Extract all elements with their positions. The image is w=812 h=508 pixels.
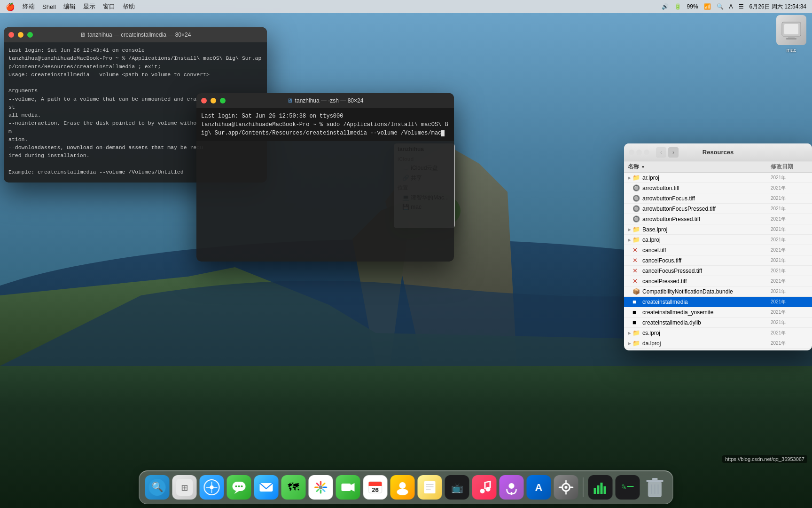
folder-icon-cs-lproj: 📁 xyxy=(632,329,640,337)
finder-maximize-button[interactable] xyxy=(644,150,649,155)
finder-row-dylib[interactable]: ▶ ■ createinstallmedia.dylib 2021年 xyxy=(624,318,812,328)
dock-item-contacts[interactable] xyxy=(390,475,415,500)
finder-row-cancelpressed[interactable]: ▶ ✕ cancelPressed.tiff 2021年 xyxy=(624,276,812,286)
row-date-ca-lproj: 2021年 xyxy=(771,237,808,243)
svg-rect-71 xyxy=(652,478,658,480)
dock-item-notes[interactable] xyxy=(418,475,442,500)
file-icon-arrowbuttonfocus: 🔘 xyxy=(632,195,640,202)
finder-col-name[interactable]: 名称 ▾ xyxy=(628,163,771,171)
row-date-createinstallmedia: 2021年 xyxy=(771,299,808,305)
dock-item-ctdmgr[interactable] xyxy=(588,475,613,500)
finder-titlebar: ‹ › Resources xyxy=(624,143,812,161)
finder-body[interactable]: ▶ 📁 ar.lproj 2021年 ▶ 🔘 arrowbutton.tiff … xyxy=(624,173,812,350)
notification-icon[interactable]: ☰ xyxy=(739,3,744,10)
dock-item-music[interactable] xyxy=(472,475,497,500)
finder-row-de-lproj[interactable]: ▶ 📁 de.lproj 2021年 xyxy=(624,349,812,350)
finder-row-arrowbuttonfocuspressed[interactable]: ▶ 🔘 arrowbuttonFocusPressed.tiff 2021年 xyxy=(624,204,812,214)
row-date-base-lproj: 2021年 xyxy=(771,226,808,233)
row-name-ar-lproj: ar.lproj xyxy=(642,175,771,181)
dock-item-maps[interactable]: 🗺 xyxy=(281,475,306,500)
finder-row-ca-lproj[interactable]: ▶ 📁 ca.lproj 2021年 xyxy=(624,235,812,245)
search-icon[interactable]: 🔍 xyxy=(717,3,724,10)
menu-view[interactable]: 显示 xyxy=(83,2,95,11)
dock-item-finder[interactable]: 🔍 xyxy=(145,475,170,500)
row-date-ar-lproj: 2021年 xyxy=(771,175,808,181)
file-icon-cancelpressed: ✕ xyxy=(632,278,640,285)
row-name-yosemite: createinstallmedia_yosemite xyxy=(642,309,771,316)
dock-item-prefs[interactable] xyxy=(554,475,578,500)
expand-ar-lproj[interactable]: ▶ xyxy=(628,175,631,180)
finder-minimize-button[interactable] xyxy=(636,150,642,155)
row-name-createinstallmedia: createinstallmedia xyxy=(642,299,771,305)
minimize-button-1[interactable] xyxy=(18,32,23,38)
svg-rect-10 xyxy=(786,38,796,40)
expand-cs-lproj[interactable]: ▶ xyxy=(628,331,631,335)
wifi-icon[interactable]: 📶 xyxy=(704,3,711,10)
menu-help[interactable]: 帮助 xyxy=(123,2,135,11)
finder-row-arrowbutton[interactable]: ▶ 🔘 arrowbutton.tiff 2021年 xyxy=(624,183,812,193)
dock-item-trash[interactable] xyxy=(643,475,667,500)
dock-item-podcasts[interactable] xyxy=(500,475,524,500)
finder-row-cs-lproj[interactable]: ▶ 📁 cs.lproj 2021年 xyxy=(624,328,812,338)
dock-item-mail[interactable] xyxy=(254,475,279,500)
finder-row-ar-lproj[interactable]: ▶ 📁 ar.lproj 2021年 xyxy=(624,173,812,183)
file-icon-cancelfocus: ✕ xyxy=(632,257,640,264)
finder-col-date[interactable]: 修改日期 xyxy=(771,163,808,171)
dock-item-photos[interactable] xyxy=(309,475,333,500)
menu-shell[interactable]: Shell xyxy=(42,3,56,10)
svg-rect-9 xyxy=(788,36,795,38)
menu-edit[interactable]: 编辑 xyxy=(63,2,76,11)
maximize-button-1[interactable] xyxy=(27,32,33,38)
expand-da-lproj[interactable]: ▶ xyxy=(628,341,631,346)
finder-row-createinstallmedia-yosemite[interactable]: ▶ ■ createinstallmedia_yosemite 2021年 xyxy=(624,307,812,318)
dock-item-launchpad[interactable]: ⊞ xyxy=(172,475,197,500)
finder-row-cancelfocus[interactable]: ▶ ✕ cancelFocus.tiff 2021年 xyxy=(624,255,812,266)
dock-item-appstore[interactable]: A xyxy=(527,475,551,500)
dock-item-safari[interactable] xyxy=(200,475,224,500)
finder-forward-button[interactable]: › xyxy=(668,147,679,158)
finder-row-base-lproj[interactable]: ▶ 📁 Base.lproj 2021年 xyxy=(624,224,812,235)
dock-item-messages[interactable] xyxy=(227,475,251,500)
menu-terminal[interactable]: 终端 xyxy=(23,2,35,11)
terminal-2-body[interactable]: Last login: Sat Jun 26 12:50:38 on ttys0… xyxy=(196,108,454,141)
expand-ca-lproj[interactable]: ▶ xyxy=(628,238,631,242)
svg-point-48 xyxy=(480,489,485,493)
finder-row-createinstallmedia[interactable]: ▶ ■ createinstallmedia 2021年 xyxy=(624,297,812,307)
volume-icon[interactable]: 🔊 xyxy=(662,3,669,10)
finder-row-compatnotif[interactable]: ▶ 📦 CompatibilityNotificationData.bundle… xyxy=(624,286,812,297)
finder-row-cancel[interactable]: ▶ ✕ cancel.tiff 2021年 xyxy=(624,245,812,255)
row-date-arrowbuttonfocus: 2021年 xyxy=(771,195,808,202)
close-button-1[interactable] xyxy=(8,32,14,38)
siri-icon[interactable]: A xyxy=(729,3,733,10)
dock-item-calendar[interactable]: 26 xyxy=(363,475,388,500)
svg-point-26 xyxy=(319,485,323,489)
file-icon-arrowbutton: 🔘 xyxy=(632,184,640,192)
svg-rect-63 xyxy=(597,485,600,494)
row-date-arrowbutton: 2021年 xyxy=(771,185,808,191)
finder-row-cancelfocuspressed[interactable]: ▶ ✕ cancelFocusPressed.tiff 2021年 xyxy=(624,266,812,276)
dock-item-facetime[interactable] xyxy=(336,475,360,500)
apple-menu[interactable]: 🍎 xyxy=(6,2,15,11)
sort-icon: ▾ xyxy=(642,165,644,169)
expand-base-lproj[interactable]: ▶ xyxy=(628,227,631,232)
row-name-da-lproj: da.lproj xyxy=(642,340,771,347)
terminal-window-2[interactable]: 🖥 tanzhihua — -zsh — 80×24 Last login: S… xyxy=(196,93,454,262)
finder-row-da-lproj[interactable]: ▶ 📁 da.lproj 2021年 xyxy=(624,338,812,349)
row-date-yosemite: 2021年 xyxy=(771,309,808,316)
finder-window: ‹ › Resources 名称 ▾ 修改日期 ▶ 📁 ar.lproj 202… xyxy=(624,143,812,350)
finder-row-arrowbuttonfocus[interactable]: ▶ 🔘 arrowbuttonFocus.tiff 2021年 xyxy=(624,193,812,204)
svg-point-57 xyxy=(565,486,568,489)
dock-item-tv[interactable]: 📺 xyxy=(445,475,469,500)
minimize-button-2[interactable] xyxy=(211,98,216,103)
svg-rect-65 xyxy=(604,486,606,494)
close-button-2[interactable] xyxy=(201,98,207,103)
menu-window[interactable]: 窗口 xyxy=(103,2,115,11)
mac-drive-icon[interactable]: mac xyxy=(776,15,806,53)
finder-row-arrowbuttonpressed[interactable]: ▶ 🔘 arrowbuttonPressed.tiff 2021年 xyxy=(624,214,812,224)
battery-icon: 🔋 xyxy=(674,3,681,10)
maximize-button-2[interactable] xyxy=(220,98,226,103)
svg-point-18 xyxy=(210,485,214,489)
dock-item-terminal[interactable]: % xyxy=(616,475,640,500)
finder-close-button[interactable] xyxy=(629,150,634,155)
finder-back-button[interactable]: ‹ xyxy=(656,147,666,158)
